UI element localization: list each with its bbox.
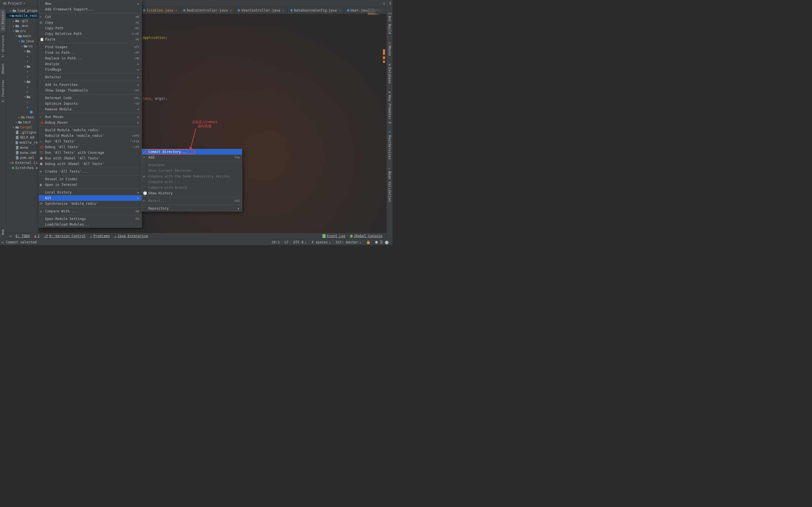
tree-row[interactable]: ▾: [6, 49, 38, 54]
editor-tab[interactable]: RedisController.java×: [181, 7, 235, 14]
menu-item[interactable]: 📋Paste⌘V: [39, 37, 142, 42]
status-widgets[interactable]: ⬢ ☰ ⬤: [373, 240, 391, 244]
menu-item[interactable]: 🐞Debug Maven▸: [39, 120, 142, 125]
tree-row[interactable]: ▸: [6, 59, 38, 64]
tree-row[interactable]: ▾: [6, 79, 38, 84]
git-submenu[interactable]: ✓Commit Directory...+Add⌥⌘AAnnotateShow …: [142, 149, 242, 212]
tree-row[interactable]: ▸: [6, 54, 38, 59]
menu-item[interactable]: Refactor▸: [39, 74, 142, 80]
menu-item[interactable]: ▸Run 'All Tests'⌃⇧F10: [39, 138, 142, 144]
menu-item[interactable]: ✂Cut⌘X: [39, 14, 142, 20]
tree-row[interactable]: ▸: [6, 89, 38, 94]
menu-item[interactable]: ⬢Run with JRebel 'All Tests': [39, 156, 142, 161]
context-menu[interactable]: New▸Add Framework Support...✂Cut⌘X⧉Copy⌘…: [39, 1, 142, 228]
menu-item[interactable]: Analyze▸: [39, 61, 142, 67]
menu-item[interactable]: Add to Favorites▸: [39, 82, 142, 88]
tree-row[interactable]: .gitigno: [6, 130, 38, 135]
menu-item[interactable]: 🛡Run 'All Tests' with Coverage: [39, 150, 142, 156]
menu-item[interactable]: +Add⌥⌘A: [142, 155, 242, 160]
todo-tab[interactable]: 6: TODO: [13, 234, 32, 238]
editor-tab[interactable]: lication.java×: [140, 7, 181, 14]
tool-window-show-icon[interactable]: ▭: [8, 234, 13, 238]
git-branch[interactable]: Git: master ⇣: [334, 240, 364, 244]
tree-row[interactable]: mvnw: [6, 145, 38, 150]
status-icon[interactable]: ▭: [2, 240, 4, 244]
menu-item[interactable]: Find Usages⌥F7: [39, 44, 142, 50]
gutter-tab-web[interactable]: Web: [1, 228, 5, 237]
tree-row[interactable]: ▸: [6, 105, 38, 110]
tree-row[interactable]: ▸: [6, 74, 38, 79]
menu-item[interactable]: New▸: [39, 1, 142, 6]
tree-row[interactable]: ▸.mvn: [6, 23, 38, 29]
menu-item[interactable]: Copy Path⇧⌘C: [39, 25, 142, 31]
tree-row[interactable]: ▾: [6, 64, 38, 69]
menu-item[interactable]: Local History▸: [39, 189, 142, 195]
menu-item[interactable]: ⊕Create 'All Tests'...: [39, 169, 142, 174]
close-icon[interactable]: ×: [340, 9, 341, 12]
menu-item[interactable]: Repository▸: [142, 206, 242, 211]
gutter-tab-jrebel[interactable]: JRebel: [1, 62, 5, 76]
minimap[interactable]: [368, 8, 385, 34]
gutter-tab-maven[interactable]: mMaven: [387, 39, 392, 57]
jrebel-exec-tab[interactable]: ● J: [32, 234, 42, 238]
menu-item[interactable]: Add Framework Support...: [39, 6, 142, 12]
close-icon[interactable]: ×: [230, 9, 232, 12]
tree-row[interactable]: ▾java: [6, 39, 38, 44]
tree-row[interactable]: ▾co: [6, 44, 38, 49]
project-dropdown[interactable]: Project ▾: [1, 1, 27, 6]
jrebel-console-tab[interactable]: ⬢ JRebel Console: [348, 234, 385, 238]
menu-item[interactable]: Find in Path...⇧⌘F: [39, 50, 142, 55]
menu-item[interactable]: ▣Open in Terminal: [39, 182, 142, 187]
close-icon[interactable]: ×: [283, 9, 285, 12]
tree-row[interactable]: ▸reso: [6, 115, 38, 120]
menu-item[interactable]: ⬢Debug with JRebel 'All Tests': [39, 161, 142, 167]
gutter-tab-project[interactable]: 1: Project: [1, 9, 5, 31]
menu-item[interactable]: 🕐Show History: [142, 190, 242, 196]
tree-row[interactable]: ▸: [6, 100, 38, 105]
tree-row[interactable]: mvnw.cmd: [6, 150, 38, 155]
menu-item[interactable]: Git▸: [39, 195, 142, 201]
gutter-tab-keypromoter[interactable]: ⌘Key Promoter X: [387, 89, 392, 125]
menu-item[interactable]: ⟳Synchronize 'mobile_redis': [39, 201, 142, 207]
menu-item[interactable]: Replace in Path...⇧⌘R: [39, 55, 142, 61]
menu-item[interactable]: 🐞Debug 'All Tests'⌃⇧F9: [39, 144, 142, 150]
menu-item[interactable]: ▸Run Maven▸: [39, 114, 142, 120]
encoding[interactable]: UTF-8 ⇣: [291, 240, 309, 244]
line-separator[interactable]: LF: [282, 240, 291, 244]
menu-item[interactable]: FindBugs▸: [39, 67, 142, 72]
tree-row[interactable]: [6, 110, 38, 115]
menu-item[interactable]: Remove Module⌦: [39, 107, 142, 112]
menu-item[interactable]: Rebuild Module 'mobile_redis'⇧⌘F9: [39, 133, 142, 138]
aim-icon[interactable]: ◎: [383, 1, 385, 5]
tree-row[interactable]: ▸target: [6, 125, 38, 130]
tree-row[interactable]: HELP.md: [6, 135, 38, 140]
tree-row[interactable]: ▸External Li: [6, 160, 38, 165]
indent[interactable]: 4 spaces ⇣: [309, 240, 333, 244]
menu-item[interactable]: Optimize Imports⌃⌥O: [39, 101, 142, 107]
tree-row[interactable]: ▸load_prope: [6, 8, 38, 13]
menu-item[interactable]: ✓Commit Directory...: [142, 149, 242, 155]
gutter-tab-favorites[interactable]: 2: Favorites: [1, 78, 5, 104]
menu-item[interactable]: ⇄Compare With...⌘D: [39, 209, 142, 214]
tree-row[interactable]: ▸: [6, 69, 38, 74]
menu-item[interactable]: Build Module 'mobile_redis': [39, 127, 142, 133]
editor-tab[interactable]: UserController.java×: [235, 7, 287, 14]
tree-row[interactable]: ▸test: [6, 120, 38, 125]
project-tree[interactable]: ▸load_prope▾mobile_redi▸.git▸.mvn▾src▾ma…: [6, 7, 38, 172]
problems-tab[interactable]: ⚠ Problems: [88, 234, 112, 238]
editor-tab[interactable]: DataSourceConfig.java×: [288, 7, 344, 14]
tree-row[interactable]: ▸.git: [6, 18, 38, 23]
tree-row[interactable]: ▾src: [6, 29, 38, 34]
menu-item[interactable]: Copy Relative Path⌥⇧⌘C: [39, 31, 142, 37]
tree-row[interactable]: Scratches a: [6, 165, 38, 170]
tree-row[interactable]: pom.xml: [6, 155, 38, 160]
gutter-tab-ant[interactable]: 🐜Ant Build: [387, 9, 392, 36]
tree-row[interactable]: ▸: [6, 84, 38, 89]
version-control-tab[interactable]: ⎇ 9: Version Control: [42, 234, 88, 238]
menu-item[interactable]: Reformat Code⌥⌘L: [39, 95, 142, 101]
gutter-tab-database[interactable]: ≡Database: [387, 61, 392, 86]
menu-item[interactable]: ⧉Copy⌘C: [39, 20, 142, 25]
tree-row[interactable]: ▾main: [6, 34, 38, 39]
lock-icon[interactable]: 🔓: [364, 240, 373, 244]
tree-row[interactable]: ▾mobile_redi: [6, 13, 38, 18]
